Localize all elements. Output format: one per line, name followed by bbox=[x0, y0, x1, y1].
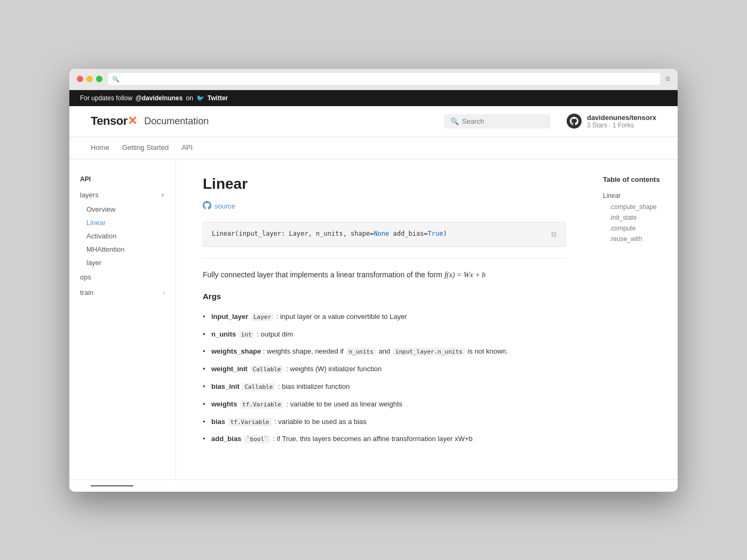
window-footer bbox=[69, 479, 678, 492]
github-repo[interactable]: davidenunes/tensorx bbox=[587, 114, 656, 122]
sidebar-item-train[interactable]: train › bbox=[69, 285, 176, 300]
github-area: davidenunes/tensorx 3 Stars · 1 Forks bbox=[567, 114, 656, 129]
toc-item-compute[interactable]: .compute bbox=[603, 223, 667, 234]
sidebar-subitem-linear[interactable]: Linear bbox=[69, 216, 176, 229]
copy-icon[interactable]: ⧉ bbox=[551, 230, 557, 239]
search-input[interactable] bbox=[462, 117, 537, 125]
github-logo[interactable] bbox=[567, 114, 582, 129]
nav-item-home[interactable]: Home bbox=[91, 137, 109, 159]
search-bar[interactable]: 🔍 bbox=[444, 114, 551, 129]
code-content: Linear(input_layer: Layer, n_units, shap… bbox=[212, 230, 447, 237]
sidebar: API layers ∨ Overview Linear Activation … bbox=[69, 159, 176, 479]
github-source-icon bbox=[203, 201, 211, 211]
description: Fully connected layer that implements a … bbox=[203, 269, 566, 281]
list-item: input_layer Layer : input layer or a val… bbox=[203, 308, 566, 326]
announcement-platform: Twitter bbox=[208, 94, 228, 102]
toc-item-init-state[interactable]: .init_state bbox=[603, 212, 667, 223]
source-label: source bbox=[214, 202, 235, 210]
args-title: Args bbox=[203, 292, 566, 301]
code-block: Linear(input_layer: Layer, n_units, shap… bbox=[203, 222, 566, 247]
list-item: bias tf.Variable : variable to be used a… bbox=[203, 413, 566, 431]
address-bar[interactable]: 🔍 bbox=[108, 73, 660, 85]
announcement-middle: on bbox=[186, 94, 193, 102]
divider bbox=[203, 258, 566, 258]
list-item: weight_init Callable : weights (W) initi… bbox=[203, 361, 566, 378]
traffic-lights bbox=[77, 76, 102, 82]
logo-area: Tensor✕ Documentation bbox=[91, 114, 444, 128]
search-icon: 🔍 bbox=[450, 117, 459, 125]
announcement-bar: For updates follow @davidelnunes on 🐦 Tw… bbox=[69, 90, 678, 106]
sidebar-subitem-overview[interactable]: Overview bbox=[69, 203, 176, 216]
nav-item-api[interactable]: API bbox=[181, 137, 193, 159]
sidebar-section-api: API bbox=[69, 175, 176, 187]
list-item: weights tf.Variable : variable to be use… bbox=[203, 396, 566, 413]
logo[interactable]: Tensor✕ bbox=[91, 114, 137, 128]
maximize-button[interactable] bbox=[96, 76, 102, 82]
logo-x: ✕ bbox=[128, 114, 137, 127]
page-title: Linear bbox=[203, 175, 566, 193]
toc-item-linear[interactable]: Linear bbox=[603, 190, 667, 202]
list-item: add_bias `bool` : if True, this layers b… bbox=[203, 430, 566, 448]
toc-item-reuse-with[interactable]: .reuse_with bbox=[603, 234, 667, 244]
title-bar: 🔍 ≡ bbox=[69, 69, 678, 90]
close-button[interactable] bbox=[77, 76, 83, 82]
math-formula: f(x) = Wx + b bbox=[444, 271, 486, 279]
sidebar-subitem-layer[interactable]: layer bbox=[69, 256, 176, 269]
announcement-prefix: For updates follow bbox=[80, 94, 132, 102]
browser-window: 🔍 ≡ For updates follow @davidelnunes on … bbox=[69, 69, 678, 492]
twitter-icon: 🐦 bbox=[196, 94, 204, 102]
header: Tensor✕ Documentation 🔍 davidenunes/tens… bbox=[69, 106, 678, 137]
source-link[interactable]: source bbox=[203, 201, 566, 211]
github-info: davidenunes/tensorx 3 Stars · 1 Forks bbox=[587, 114, 656, 129]
nav-bar: Home Getting Started API bbox=[69, 137, 678, 159]
sidebar-item-ops[interactable]: ops bbox=[69, 269, 176, 285]
toc-panel: Table of contents Linear .compute_shape … bbox=[592, 159, 678, 479]
chevron-right-icon: › bbox=[163, 289, 165, 295]
menu-icon[interactable]: ≡ bbox=[665, 74, 670, 84]
doc-title: Documentation bbox=[144, 116, 209, 127]
sidebar-item-layers[interactable]: layers ∨ bbox=[69, 187, 176, 203]
arg-list: input_layer Layer : input layer or a val… bbox=[203, 308, 566, 448]
list-item: bias_init Callable : bias initializer fu… bbox=[203, 378, 566, 396]
chevron-down-icon: ∨ bbox=[161, 191, 165, 198]
list-item: n_units int : output dim bbox=[203, 326, 566, 343]
main-content: Linear source Linear(input_layer: Layer,… bbox=[176, 159, 592, 479]
toc-item-compute-shape[interactable]: .compute_shape bbox=[603, 202, 667, 212]
search-icon: 🔍 bbox=[112, 76, 120, 83]
sidebar-subitem-activation[interactable]: Activation bbox=[69, 229, 176, 243]
github-stats: 3 Stars · 1 Forks bbox=[587, 122, 656, 129]
list-item: weights_shape : weights shape, needed if… bbox=[203, 343, 566, 361]
toc-title: Table of contents bbox=[603, 175, 667, 183]
minimize-button[interactable] bbox=[86, 76, 93, 82]
footer-line bbox=[91, 485, 133, 486]
announcement-handle: @davidelnunes bbox=[136, 94, 182, 102]
nav-item-getting-started[interactable]: Getting Started bbox=[122, 137, 169, 159]
content-area: API layers ∨ Overview Linear Activation … bbox=[69, 159, 678, 479]
sidebar-subitem-mhattention[interactable]: MHAttention bbox=[69, 243, 176, 256]
